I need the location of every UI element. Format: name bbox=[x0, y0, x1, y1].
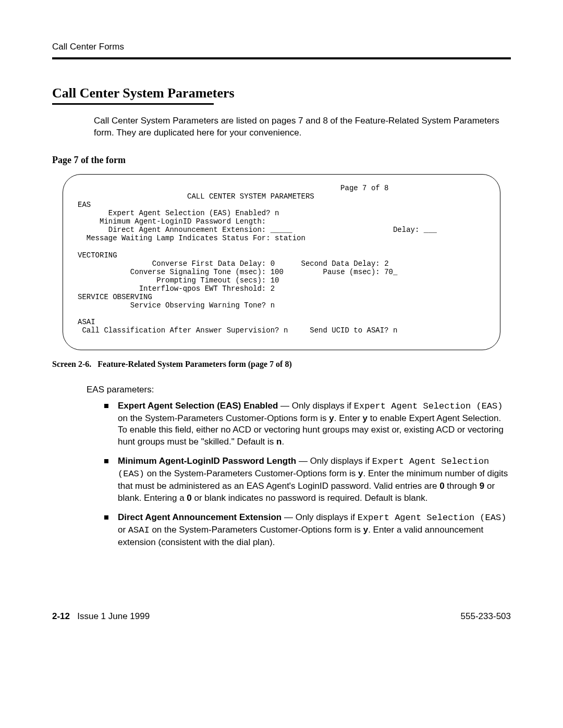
screen-page-indicator: Page 7 of 8 bbox=[78, 184, 389, 192]
vectoring-header: VECTORING bbox=[78, 251, 117, 260]
eas-enabled-label: Expert Agent Selection (EAS) Enabled? bbox=[108, 209, 271, 217]
prompt-value: 10 bbox=[271, 276, 279, 285]
daae-value: _____ bbox=[271, 226, 292, 234]
text: — Only displays if bbox=[282, 512, 358, 522]
bold-value: y bbox=[363, 525, 368, 535]
eas-parameters-label: EAS parameters: bbox=[87, 385, 511, 395]
pause-value: 70_ bbox=[384, 268, 397, 276]
text: . Enter bbox=[334, 413, 363, 423]
iqewt-label: Interflow-qpos EWT Threshold: bbox=[139, 285, 266, 293]
cfdd-label: Converse First Data Delay: bbox=[152, 260, 266, 268]
bold-value: 0 bbox=[187, 493, 191, 503]
subheading-page7: Page 7 of the form bbox=[52, 155, 511, 166]
text: or bbox=[118, 525, 128, 535]
issue-text: Issue 1 June 1999 bbox=[77, 611, 150, 621]
delay-label: Delay: bbox=[393, 226, 419, 234]
list-item: Expert Agent Selection (EAS) Enabled — O… bbox=[104, 400, 511, 449]
bullet3-title: Direct Agent Announcement Extension bbox=[118, 512, 282, 522]
mwl-label: Message Waiting Lamp Indicates Status Fo… bbox=[87, 234, 271, 242]
text: on the System-Parameters Customer-Option… bbox=[118, 413, 329, 423]
text: — Only displays if bbox=[296, 456, 372, 466]
page-footer: 2-12 Issue 1 June 1999 555-233-503 bbox=[52, 611, 511, 622]
asai-header: ASAI bbox=[78, 318, 95, 326]
section-title: Call Center System Parameters bbox=[52, 85, 511, 101]
prompt-label: Prompting Timeout (secs): bbox=[156, 276, 266, 285]
bold-value: y bbox=[363, 413, 368, 423]
bold-value: 0 bbox=[439, 481, 444, 491]
sdd-value: 2 bbox=[384, 260, 388, 268]
caption-text: Feature-Related System Parameters form (… bbox=[97, 360, 291, 368]
section-rule bbox=[52, 103, 214, 105]
page-number: 2-12 bbox=[52, 611, 70, 621]
text: on the System-Parameters Customer-Option… bbox=[144, 468, 358, 478]
text: — Only displays if bbox=[278, 401, 354, 411]
bullet-list: Expert Agent Selection (EAS) Enabled — O… bbox=[104, 400, 511, 549]
eas-enabled-value: n bbox=[275, 209, 279, 217]
running-header: Call Center Forms bbox=[52, 42, 511, 52]
bold-value: y bbox=[358, 468, 363, 478]
terminal-screen-box: Page 7 of 8 CALL CENTER SYSTEM PARAMETER… bbox=[63, 174, 500, 350]
sdd-label: Second Data Delay: bbox=[301, 260, 380, 268]
sucid-label: Send UCID to ASAI? bbox=[310, 326, 388, 335]
text: through bbox=[445, 481, 480, 491]
service-observing-header: SERVICE OBSERVING bbox=[78, 293, 152, 301]
sucid-value: n bbox=[393, 326, 397, 335]
mono-text: ASAI bbox=[128, 525, 150, 535]
pause-label: Pause (msec): bbox=[323, 268, 380, 276]
header-rule bbox=[52, 57, 511, 59]
screen-caption: Screen 2-6. Feature-Related System Param… bbox=[52, 360, 511, 369]
min-pw-label: Minimum Agent-LoginID Password Length: bbox=[100, 217, 266, 226]
bullet1-title: Expert Agent Selection (EAS) Enabled bbox=[118, 401, 278, 411]
sowt-label: Service Observing Warning Tone? bbox=[130, 301, 266, 310]
bold-value: 9 bbox=[480, 481, 484, 491]
mwl-value: station bbox=[275, 234, 305, 242]
delay-value: ___ bbox=[424, 226, 437, 234]
cst-label: Converse Signaling Tone (msec): bbox=[130, 268, 266, 276]
sowt-value: n bbox=[271, 301, 275, 310]
document-page: Call Center Forms Call Center System Par… bbox=[0, 0, 563, 653]
bold-value: n bbox=[276, 437, 282, 447]
text: . bbox=[282, 437, 284, 447]
eas-header: EAS bbox=[78, 201, 91, 209]
footer-right: 555-233-503 bbox=[461, 611, 511, 622]
mono-text: Expert Agent Selection (EAS) bbox=[358, 513, 507, 523]
text: or blank indicates no password is requir… bbox=[192, 493, 428, 503]
text: on the System-Parameters Customer-Option… bbox=[150, 525, 363, 535]
list-item: Minimum Agent-LoginID Password Length — … bbox=[104, 455, 511, 504]
ccaas-label: Call Classification After Answer Supervi… bbox=[82, 326, 279, 335]
list-item: Direct Agent Announcement Extension — On… bbox=[104, 512, 511, 549]
daae-label: Direct Agent Announcement Extension: bbox=[108, 226, 266, 234]
mono-text: Expert Agent Selection (EAS) bbox=[354, 401, 503, 411]
section-intro: Call Center System Parameters are listed… bbox=[94, 115, 511, 139]
cfdd-value: 0 bbox=[271, 260, 275, 268]
iqewt-value: 2 bbox=[271, 285, 275, 293]
screen-title: CALL CENTER SYSTEM PARAMETERS bbox=[78, 192, 314, 201]
ccaas-value: n bbox=[284, 326, 288, 335]
footer-left: 2-12 Issue 1 June 1999 bbox=[52, 611, 150, 622]
caption-prefix: Screen 2-6. bbox=[52, 360, 91, 368]
bullet2-title: Minimum Agent-LoginID Password Length bbox=[118, 456, 296, 466]
bold-value: y bbox=[329, 413, 334, 423]
cst-value: 100 bbox=[271, 268, 284, 276]
